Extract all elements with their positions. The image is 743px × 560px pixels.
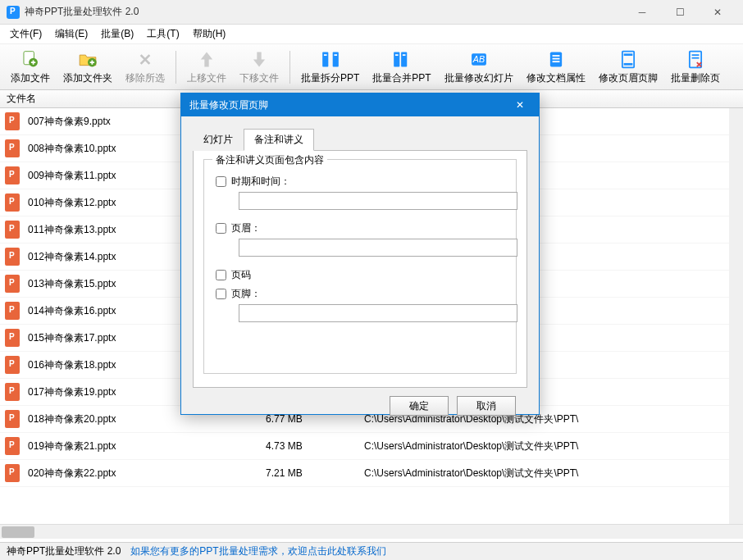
svg-rect-5: [324, 54, 327, 56]
svg-rect-14: [552, 55, 559, 57]
dialog-title: 批量修改页眉页脚: [189, 98, 509, 112]
ppt-file-icon: [5, 302, 20, 320]
dialog-titlebar[interactable]: 批量修改页眉页脚 ✕: [181, 93, 539, 116]
ppt-file-icon: [5, 356, 20, 374]
tool-doc-props-label: 修改文档属性: [526, 71, 586, 85]
svg-rect-21: [691, 54, 699, 56]
doc-props-icon: [545, 49, 568, 70]
ppt-file-icon: [5, 193, 20, 212]
input-header[interactable]: [239, 239, 517, 257]
input-datetime[interactable]: [239, 192, 517, 210]
menubar: 文件(F) 编辑(E) 批量(B) 工具(T) 帮助(H): [0, 25, 743, 44]
tool-move-up[interactable]: 上移文件: [181, 47, 232, 88]
menu-batch[interactable]: 批量(B): [96, 25, 139, 43]
table-row[interactable]: 019神奇像素21.pptx4.73 MBC:\Users\Administra…: [0, 433, 743, 460]
cell-path: C:\Users\Administrator\Desktop\测试文件夹\PPT…: [364, 467, 743, 480]
status-contact-link[interactable]: 如果您有更多的PPT批量处理需求，欢迎点击此处联系我们: [130, 544, 385, 558]
slides-icon: AB: [467, 49, 490, 70]
tool-doc-props[interactable]: 修改文档属性: [521, 47, 591, 88]
label-footer: 页脚：: [231, 287, 261, 301]
ok-button[interactable]: 确定: [390, 396, 449, 416]
header-footer-icon: [617, 49, 640, 70]
close-button[interactable]: ✕: [699, 0, 736, 25]
app-icon: [7, 6, 20, 19]
ppt-file-icon: [5, 112, 20, 130]
tool-delete-pages[interactable]: 批量删除页: [665, 47, 726, 88]
tool-add-folder-label: 添加文件夹: [63, 71, 112, 85]
status-app-name: 神奇PPT批量处理软件 2.0: [7, 544, 121, 558]
dialog-tabs: 幻灯片 备注和讲义: [193, 129, 527, 151]
cell-path: C:\Users\Administrator\Desktop\测试文件夹\PPT…: [364, 439, 743, 453]
tool-remove-label: 移除所选: [125, 71, 165, 85]
maximize-button[interactable]: ☐: [661, 0, 699, 25]
menu-tools[interactable]: 工具(T): [142, 25, 184, 43]
ppt-file-icon: [5, 275, 20, 293]
add-folder-icon: [76, 49, 99, 70]
tool-add-file[interactable]: 添加文件: [5, 47, 56, 88]
tool-modify-slides-label: 批量修改幻灯片: [444, 71, 513, 85]
menu-edit[interactable]: 编辑(E): [50, 25, 93, 43]
arrow-down-icon: [248, 49, 271, 70]
scroll-thumb[interactable]: [2, 526, 34, 538]
tool-add-file-label: 添加文件: [11, 71, 50, 85]
dialog-close-button[interactable]: ✕: [509, 97, 531, 113]
ppt-file-icon: [5, 329, 20, 347]
minimize-button[interactable]: ─: [623, 0, 661, 25]
tab-notes[interactable]: 备注和讲义: [244, 129, 314, 151]
add-file-icon: [19, 49, 42, 70]
tool-merge[interactable]: 批量合并PPT: [367, 47, 436, 88]
ppt-file-icon: [5, 221, 20, 239]
tool-delete-pages-label: 批量删除页: [671, 71, 720, 85]
svg-rect-18: [623, 53, 632, 56]
checkbox-footer[interactable]: [216, 289, 226, 299]
input-footer[interactable]: [239, 304, 517, 322]
cell-filename: 019神奇像素21.pptx: [28, 439, 266, 453]
group-title: 备注和讲义页面包含内容: [212, 153, 327, 167]
menu-file[interactable]: 文件(F): [5, 25, 47, 43]
arrow-up-icon: [195, 49, 218, 70]
cancel-button[interactable]: 取消: [457, 396, 516, 416]
tab-panel: 备注和讲义页面包含内容 时期和时间： 页眉： 页码 页脚：: [193, 150, 527, 388]
checkbox-pagenum[interactable]: [216, 270, 226, 280]
horizontal-scrollbar[interactable]: [0, 524, 743, 539]
merge-icon: [390, 49, 413, 70]
tab-slides[interactable]: 幻灯片: [193, 129, 244, 151]
menu-help[interactable]: 帮助(H): [188, 25, 231, 43]
tool-split-label: 批量拆分PPT: [301, 71, 359, 85]
tool-move-down-label: 下移文件: [239, 71, 279, 85]
svg-rect-19: [623, 62, 632, 65]
tool-modify-slides[interactable]: AB 批量修改幻灯片: [439, 47, 519, 88]
table-row[interactable]: 020神奇像素22.pptx7.21 MBC:\Users\Administra…: [0, 460, 743, 487]
tool-header-footer-label: 修改页眉页脚: [599, 71, 658, 85]
vertical-scrollbar[interactable]: [729, 108, 743, 524]
svg-rect-9: [395, 54, 399, 56]
ppt-file-icon: [5, 139, 20, 157]
titlebar: 神奇PPT批量处理软件 2.0 ─ ☐ ✕: [0, 0, 743, 25]
delete-pages-icon: [684, 49, 707, 70]
tool-move-down[interactable]: 下移文件: [234, 47, 285, 88]
tool-add-folder[interactable]: 添加文件夹: [57, 47, 118, 88]
ppt-file-icon: [5, 464, 20, 482]
svg-rect-10: [403, 54, 406, 56]
ppt-file-icon: [5, 248, 20, 266]
cell-size: 7.21 MB: [266, 467, 364, 479]
toolbar-separator: [175, 51, 176, 84]
label-datetime: 时期和时间：: [231, 175, 290, 189]
toolbar-separator: [289, 51, 290, 84]
tool-header-footer[interactable]: 修改页眉页脚: [593, 47, 663, 88]
svg-rect-6: [334, 54, 337, 56]
svg-rect-15: [552, 57, 559, 59]
header-footer-dialog: 批量修改页眉页脚 ✕ 幻灯片 备注和讲义 备注和讲义页面包含内容 时期和时间： …: [180, 93, 540, 415]
checkbox-header[interactable]: [216, 223, 226, 234]
notes-content-group: 备注和讲义页面包含内容 时期和时间： 页眉： 页码 页脚：: [203, 159, 517, 374]
tool-merge-label: 批量合并PPT: [372, 71, 431, 85]
cell-filename: 020神奇像素22.pptx: [28, 467, 266, 480]
tool-split[interactable]: 批量拆分PPT: [295, 47, 365, 88]
ppt-file-icon: [5, 410, 20, 428]
tool-remove[interactable]: 移除所选: [120, 47, 171, 88]
split-icon: [319, 49, 342, 70]
cell-size: 4.73 MB: [266, 440, 364, 452]
checkbox-datetime[interactable]: [216, 176, 226, 187]
tool-move-up-label: 上移文件: [187, 71, 226, 85]
label-pagenum: 页码: [231, 268, 251, 282]
